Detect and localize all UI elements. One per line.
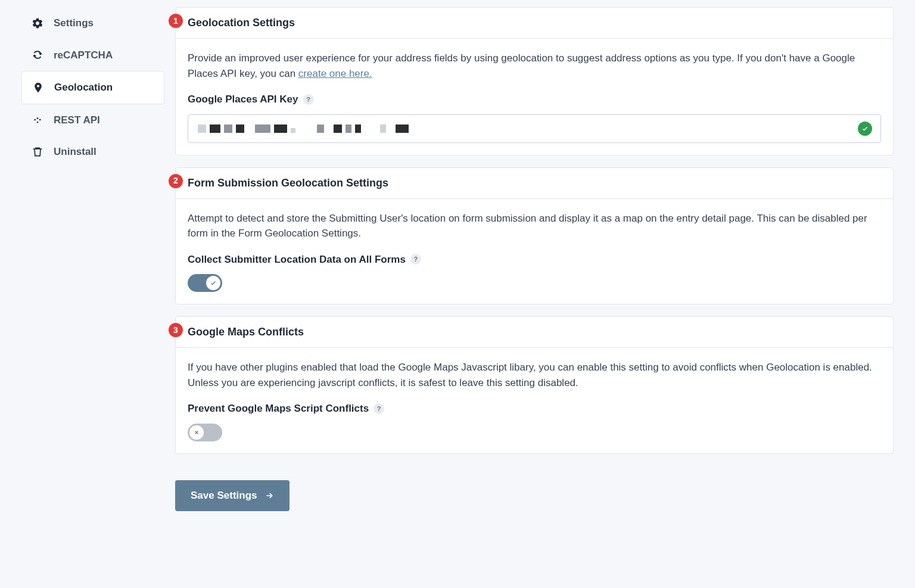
refresh-icon [31,48,44,61]
step-badge-2: 2 [169,174,183,188]
step-badge-3: 3 [169,323,183,337]
toggle-knob [189,425,204,440]
google-maps-conflicts-card: 3 Google Maps Conflicts If you have othe… [175,316,894,454]
create-api-key-link[interactable]: create one here. [298,68,372,79]
sidebar: Settings reCAPTCHA Geolocation REST API … [21,7,164,552]
sidebar-item-label: Settings [54,15,94,31]
sidebar-item-label: Uninstall [54,144,97,160]
main-content: 1 Geolocation Settings Provide an improv… [175,7,894,552]
collect-location-label: Collect Submitter Location Data on All F… [188,252,406,267]
sidebar-item-geolocation[interactable]: Geolocation [21,71,164,104]
location-pin-icon [32,81,45,94]
code-icon [31,113,44,126]
sidebar-item-label: REST API [54,113,100,128]
save-button-label: Save Settings [191,490,257,502]
help-icon[interactable]: ? [410,254,421,265]
card-description: Attempt to detect and store the Submitti… [188,211,881,241]
toggle-knob [206,276,220,290]
api-key-input[interactable] [188,114,881,143]
gear-icon [31,17,44,30]
help-icon[interactable]: ? [374,403,384,414]
card-title: Geolocation Settings [176,8,893,39]
collect-location-toggle[interactable] [188,274,222,292]
api-key-label: Google Places API Key [188,92,298,107]
arrow-right-icon [264,491,274,500]
form-submission-geolocation-card: 2 Form Submission Geolocation Settings A… [175,167,894,305]
sidebar-item-label: Geolocation [54,80,113,95]
card-description: Provide an improved user experience for … [188,51,881,81]
sidebar-item-rest-api[interactable]: REST API [21,104,164,136]
prevent-conflicts-toggle[interactable] [188,424,222,441]
card-title: Google Maps Conflicts [176,317,893,348]
card-description: If you have other plugins enabled that l… [188,360,881,390]
trash-icon [31,145,44,158]
step-badge-1: 1 [169,14,183,28]
valid-check-icon [858,122,872,136]
sidebar-item-label: reCAPTCHA [54,48,113,63]
geolocation-settings-card: 1 Geolocation Settings Provide an improv… [175,7,894,155]
card-title: Form Submission Geolocation Settings [176,168,893,199]
save-settings-button[interactable]: Save Settings [175,480,290,511]
sidebar-item-recaptcha[interactable]: reCAPTCHA [21,39,164,71]
prevent-conflicts-label: Prevent Google Maps Script Conflicts [188,401,369,416]
sidebar-item-settings[interactable]: Settings [21,7,164,39]
help-icon[interactable]: ? [303,94,314,105]
sidebar-item-uninstall[interactable]: Uninstall [21,136,164,168]
